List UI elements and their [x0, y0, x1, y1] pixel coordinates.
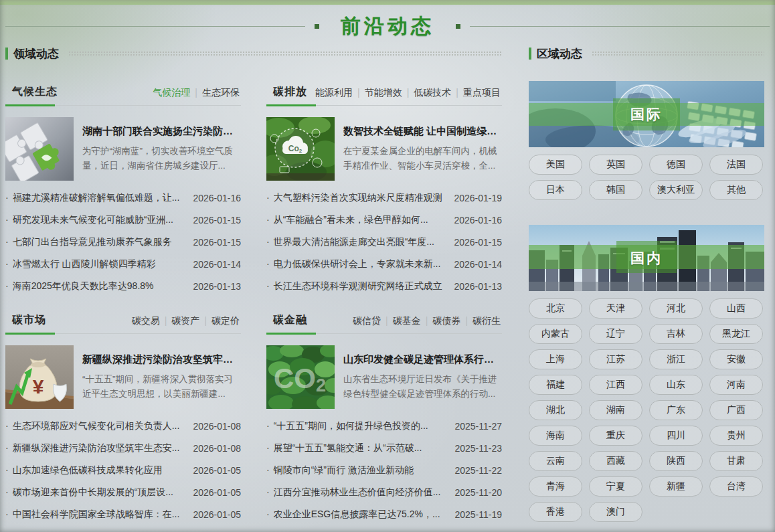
- module-tab[interactable]: 能源利用: [315, 87, 353, 98]
- international-region-pill[interactable]: 澳大利亚: [649, 180, 703, 200]
- domestic-region-pill[interactable]: 四川: [649, 426, 703, 446]
- module-tab[interactable]: 碳债券: [432, 315, 460, 326]
- featured-thumbnail-puzzle-leaf-image[interactable]: [5, 117, 74, 181]
- news-item[interactable]: 生态环境部应对气候变化司相关负责人...2026-01-08: [5, 415, 241, 437]
- international-region-pill[interactable]: 法国: [709, 155, 763, 175]
- domestic-region-pill[interactable]: 云南: [529, 451, 582, 471]
- module-tab[interactable]: 重点项目: [463, 87, 501, 98]
- module-tab[interactable]: 碳定价: [211, 315, 240, 326]
- module-tab[interactable]: 碳基金: [393, 315, 421, 326]
- module-tab[interactable]: 节能增效: [365, 87, 402, 98]
- domestic-region-pill[interactable]: 甘肃: [709, 451, 763, 471]
- international-region-pill[interactable]: 日本: [529, 180, 582, 200]
- featured-title[interactable]: 湖南十部门联合实施扬尘污染防治...: [82, 125, 241, 138]
- domestic-region-pill[interactable]: 黑龙江: [709, 324, 763, 344]
- module-tab[interactable]: 低碳技术: [414, 87, 451, 98]
- news-item[interactable]: 福建尤溪精准破解溶解氧偏低难题，让...2026-01-16: [5, 187, 241, 209]
- page-title: 前沿动态: [329, 13, 446, 40]
- news-item-date: 2026-01-08: [193, 421, 241, 432]
- news-item-title: 大气塑料污染首次实现纳米尺度精准观测: [266, 192, 444, 204]
- domestic-region-pill[interactable]: 安徽: [709, 349, 763, 369]
- news-item[interactable]: 大气塑料污染首次实现纳米尺度精准观测2026-01-19: [266, 187, 502, 209]
- domestic-region-pill[interactable]: 青海: [529, 476, 582, 497]
- domestic-region-pill[interactable]: 宁夏: [589, 476, 642, 497]
- domestic-region-pill[interactable]: 新疆: [649, 476, 703, 497]
- domestic-region-pill[interactable]: 湖南: [589, 400, 642, 420]
- international-region-pill[interactable]: 美国: [529, 155, 582, 175]
- domestic-banner[interactable]: 国内: [529, 225, 764, 291]
- featured-thumbnail-money-bag-arrow-image[interactable]: ¥: [5, 345, 74, 409]
- domestic-region-pill[interactable]: 重庆: [589, 426, 642, 446]
- domestic-region-pill[interactable]: 海南: [529, 426, 582, 446]
- domestic-region-pill[interactable]: 天津: [589, 298, 642, 319]
- globe-hand-keyboard-image: [529, 81, 764, 147]
- international-banner[interactable]: 国际: [529, 81, 764, 147]
- international-region-pill[interactable]: 其他: [709, 180, 763, 200]
- international-region-pill[interactable]: 韩国: [589, 180, 642, 200]
- featured-thumbnail-co2-cloud-leaves-image[interactable]: Co2: [266, 117, 335, 181]
- domestic-region-pill[interactable]: 上海: [529, 349, 582, 369]
- domestic-region-pill[interactable]: 北京: [529, 298, 582, 319]
- news-item[interactable]: 电力低碳保供研讨会上，专家就未来新...2026-01-14: [266, 253, 502, 275]
- news-item[interactable]: 展望“十五五”氢能交通：从“示范破...2025-11-23: [266, 437, 502, 459]
- international-region-pill[interactable]: 英国: [589, 155, 642, 175]
- news-item-date: 2026-01-16: [193, 193, 241, 203]
- module-category-title[interactable]: 气候生态: [12, 85, 58, 99]
- domestic-region-pill[interactable]: 西藏: [589, 451, 642, 471]
- news-item[interactable]: 七部门出台指导意见推动康养气象服务2026-01-15: [5, 231, 241, 253]
- module-category-title[interactable]: 碳排放: [273, 85, 307, 99]
- domestic-region-pill[interactable]: 河南: [709, 375, 763, 395]
- tab-separator: |: [465, 315, 468, 326]
- featured-title[interactable]: 数智技术全链赋能 让中国制造绿色...: [343, 125, 502, 138]
- domestic-region-pill[interactable]: 辽宁: [589, 324, 642, 344]
- module-category-title[interactable]: 碳市场: [12, 313, 46, 327]
- domestic-region-pill[interactable]: 内蒙古: [529, 324, 582, 344]
- module-tab[interactable]: 碳衍生: [472, 315, 501, 326]
- domestic-region-pill[interactable]: 江西: [589, 375, 642, 395]
- news-item[interactable]: 铜陵市向“绿”而行 激活渔业新动能2025-11-22: [266, 459, 502, 481]
- news-item[interactable]: 世界最大清洁能源走廊交出亮眼“年度...2026-01-15: [266, 231, 502, 253]
- domestic-region-pill[interactable]: 广东: [649, 400, 703, 420]
- news-item-date: 2026-01-14: [193, 259, 241, 270]
- news-item[interactable]: 江西分宜推动林业生态价值向经济价值...2025-11-20: [266, 481, 502, 503]
- module-tab[interactable]: 碳信贷: [353, 315, 381, 326]
- domestic-region-pill[interactable]: 湖北: [529, 400, 582, 420]
- domestic-region-pill[interactable]: 香港: [529, 502, 582, 522]
- domestic-region-pill[interactable]: 陕西: [649, 451, 703, 471]
- news-item[interactable]: “十五五”期间，如何提升绿色投资的...2025-11-27: [266, 415, 502, 437]
- module-tab[interactable]: 碳交易: [132, 315, 160, 326]
- news-item[interactable]: 新疆纵深推进污染防治攻坚筑牢生态安...2026-01-08: [5, 437, 241, 459]
- featured-title[interactable]: 山东印发健全碳足迹管理体系行动...: [343, 353, 502, 366]
- module-tab[interactable]: 气候治理: [153, 87, 190, 98]
- city-skyline-image: [529, 225, 764, 291]
- international-region-pill[interactable]: 德国: [649, 155, 703, 175]
- domestic-region-pill[interactable]: 河北: [649, 298, 703, 319]
- news-item[interactable]: 冰雪燃太行 山西陵川解锁四季精彩2026-01-14: [5, 253, 241, 275]
- domestic-region-pill[interactable]: 台湾: [709, 476, 763, 497]
- featured-article: ¥新疆纵深推进污染防治攻坚筑牢生...“十五五”期间，新疆将深入贯彻落实习近平生…: [5, 345, 241, 409]
- news-item[interactable]: 长江生态环境科学观测研究网络正式成立2026-01-13: [266, 275, 502, 297]
- domestic-region-pill[interactable]: 吉林: [649, 324, 703, 344]
- featured-thumbnail-forest-co2-image[interactable]: CO2: [266, 345, 335, 409]
- domestic-region-pill[interactable]: 福建: [529, 375, 582, 395]
- news-item[interactable]: 研究发现未来气候变化可能威胁“亚洲...2026-01-15: [5, 209, 241, 231]
- domestic-region-pill[interactable]: 贵州: [709, 426, 763, 446]
- featured-title[interactable]: 新疆纵深推进污染防治攻坚筑牢生...: [82, 353, 241, 366]
- domestic-region-pill[interactable]: 浙江: [649, 349, 703, 369]
- module-tab[interactable]: 碳资产: [171, 315, 199, 326]
- news-item[interactable]: 碳市场迎来首份中长期发展的“顶层设...2026-01-05: [5, 481, 241, 503]
- news-item[interactable]: 从“车能融合”看未来，绿色甲醇如何...2026-01-16: [266, 209, 502, 231]
- news-item[interactable]: 海南2025年优良天数比率达98.8%2026-01-13: [5, 275, 241, 297]
- news-item-title: 研究发现未来气候变化可能威胁“亚洲...: [5, 214, 183, 226]
- domestic-region-pill[interactable]: 澳门: [589, 502, 642, 522]
- domestic-region-pill[interactable]: 山西: [709, 298, 763, 319]
- domestic-region-pill[interactable]: 江苏: [589, 349, 642, 369]
- module-category-title[interactable]: 碳金融: [273, 313, 307, 327]
- news-item[interactable]: 山东加速绿色低碳科技成果转化应用2026-01-05: [5, 459, 241, 481]
- module-tab[interactable]: 生态环保: [202, 87, 240, 98]
- domestic-region-pill[interactable]: 广西: [709, 400, 763, 420]
- news-item[interactable]: 中国社会科学院国家全球战略智库：在...2026-01-05: [5, 503, 241, 525]
- news-item[interactable]: 农业企业ESG信息披露率已达75.2%，...2025-11-19: [266, 503, 502, 525]
- domestic-region-pill[interactable]: 山东: [649, 375, 703, 395]
- news-item-title: 七部门出台指导意见推动康养气象服务: [5, 236, 183, 248]
